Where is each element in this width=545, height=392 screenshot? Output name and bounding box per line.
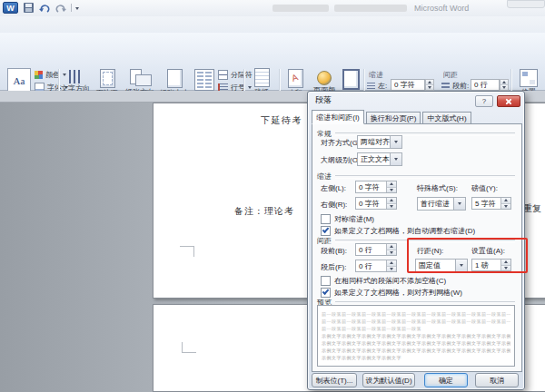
orientation-icon (130, 69, 150, 87)
ribbon-indent-left-input[interactable]: 0 字符 (391, 79, 425, 91)
outline-level-dropdown[interactable]: 正文文本 (357, 152, 402, 166)
word-window: W Microsoft Word 文件 开始 插入 页面布局 引用 邮件 审阅 … (0, 0, 545, 392)
redacted-title-segment (334, 5, 407, 12)
dialog-title: 段落 (315, 94, 332, 106)
space-before-input[interactable]: 0 行 (355, 243, 397, 256)
indent-left-spinner[interactable] (425, 79, 434, 91)
help-button[interactable]: ? (475, 95, 493, 107)
space-after-input[interactable]: 0 行 (355, 260, 397, 272)
spinner[interactable] (386, 198, 396, 209)
special-format-dropdown[interactable]: 首行缩进 (417, 197, 466, 211)
document-text: 备注：理论考 (234, 205, 294, 218)
margin-corner-mark (180, 246, 194, 257)
theme-colors-icon (35, 71, 43, 79)
redacted-title-segment (272, 5, 329, 12)
indent-by-label: 磅值(Y): (471, 183, 498, 193)
checkbox-auto-adjust-right-indent[interactable]: 如果定义了文档网格，则自动调整右缩进(D) (321, 226, 475, 236)
checkbox-no-space-same-style[interactable]: 在相同样式的段落间不添加空格(C) (321, 276, 446, 286)
title-bar: W Microsoft Word (0, 0, 545, 16)
columns-icon (194, 69, 214, 91)
spinner[interactable] (500, 260, 510, 270)
ribbon-tab-row: 文件 开始 插入 页面布局 引用 邮件 审阅 视图 (0, 16, 545, 33)
outline-level-label: 大纲级别(O): (321, 155, 362, 165)
document-text: 重复 (523, 202, 541, 215)
breaks-icon (218, 70, 228, 80)
alignment-dropdown[interactable]: 两端对齐 (357, 135, 402, 149)
spinner[interactable] (386, 244, 396, 255)
qat-customize-icon[interactable] (75, 7, 79, 10)
cancel-button[interactable]: 取消 (475, 373, 519, 387)
close-button[interactable] (497, 95, 520, 107)
page-borders-icon (342, 69, 360, 90)
chevron-down-icon[interactable] (455, 260, 467, 271)
window-title: Microsoft Word (414, 4, 469, 13)
close-icon (504, 97, 513, 106)
chevron-down-icon[interactable] (390, 153, 401, 165)
tab-asian-typography[interactable]: 中文版式(H) (422, 112, 471, 124)
spinner[interactable] (386, 181, 396, 192)
help-icon: ? (482, 97, 486, 105)
ribbon: Aa 主题 颜色 字体 效果 主题 文字方向 页边距 (0, 33, 545, 91)
indent-left-icon (367, 83, 375, 90)
page-color-icon (317, 71, 332, 85)
indent-right-input[interactable]: 0 字符 (355, 197, 397, 210)
ribbon-spacing-before: 段前: (441, 81, 469, 91)
alignment-label: 对齐方式(G): (321, 138, 362, 148)
preview-line: 示例文字示例文字示例文字示例文字示例文字示例文字示例文字示例文字示例文字示例文字 (322, 347, 510, 354)
ok-button[interactable]: 确定 (424, 373, 468, 387)
preview-line: 示例文字示例文字示例文字示例文字 (322, 354, 510, 361)
qat-separator (71, 4, 72, 12)
preview-line: 前一段落前一段落前一段落前一段落前一段落 (322, 325, 510, 332)
indent-right-label: 右侧(R): (321, 200, 347, 210)
spacing-at-input[interactable]: 1 磅 (471, 259, 511, 271)
special-format-label: 特殊格式(S): (417, 183, 458, 193)
chevron-down-icon[interactable] (390, 136, 401, 148)
set-as-default-button[interactable]: 设为默认值(D) (362, 373, 415, 387)
checkbox-checked-icon (321, 288, 331, 298)
line-spacing-dropdown[interactable]: 固定值 (415, 259, 468, 272)
save-icon[interactable] (23, 2, 35, 14)
checkbox-checked-icon (321, 226, 331, 236)
preview-line: 前一段落前一段落前一段落前一段落前一段落前一段落前一段落前一段落前一段落前一段落 (322, 310, 510, 318)
paragraph-dialog: 段落 ? 缩进和间距(I) 换行和分页(P) 中文版式(H) 常规 对齐方式(G… (307, 91, 525, 390)
word-app-icon[interactable]: W (3, 2, 18, 14)
themes-aa-icon: Aa (7, 68, 31, 93)
checkbox-mirror-indents[interactable]: 对称缩进(M) (321, 214, 374, 224)
space-after-label: 段后(F): (321, 262, 346, 272)
margins-icon (100, 69, 115, 88)
text-direction-icon (69, 70, 83, 83)
spacing-before-spinner[interactable] (500, 79, 509, 91)
undo-icon[interactable] (38, 3, 51, 14)
ribbon-indent-left: 左: (367, 81, 387, 91)
spinner[interactable] (500, 198, 510, 209)
ribbon-spacing-before-input[interactable]: 0 行 (471, 79, 500, 91)
preview-line: 示例文字示例文字示例文字示例文字示例文字示例文字示例文字示例文字示例文字示例文字 (322, 332, 510, 339)
preview-box: 前一段落前一段落前一段落前一段落前一段落前一段落前一段落前一段落前一段落前一段落… (317, 305, 515, 367)
redo-icon[interactable] (54, 3, 67, 14)
window-controls-stub (507, 0, 545, 8)
indent-left-input[interactable]: 0 字符 (355, 181, 397, 193)
genko-icon (254, 68, 270, 87)
margin-corner-mark (182, 342, 196, 353)
page-size-icon (167, 69, 183, 88)
spacing-before-icon (441, 83, 450, 90)
space-before-label: 段前(B): (321, 246, 347, 256)
tabs-button[interactable]: 制表位(T)... (312, 373, 357, 387)
indent-by-input[interactable]: 5 字符 (471, 197, 511, 210)
spinner[interactable] (386, 260, 396, 271)
indent-section-header: 缩进 (317, 172, 515, 181)
checkbox-icon (321, 214, 331, 224)
line-spacing-label: 行距(N): (417, 246, 443, 256)
preview-line: 示例文字示例文字示例文字示例文字示例文字示例文字示例文字示例文字示例文字示例文字 (322, 339, 510, 347)
spacing-section-header: 间距 (317, 236, 515, 246)
chevron-down-icon[interactable] (453, 198, 465, 210)
indent-left-label: 左侧(L): (321, 183, 346, 193)
watermark-icon: A (288, 69, 303, 88)
ribbon-indent-label: 缩进 (369, 70, 383, 80)
preview-line: 前一段落前一段落前一段落前一段落前一段落前一段落前一段落前一段落前一段落前一段落 (322, 318, 510, 325)
tab-line-page-breaks[interactable]: 换行和分页(P) (366, 112, 421, 124)
checkbox-snap-to-grid[interactable]: 如果定义了文档网格，则对齐到网格(W) (321, 288, 462, 298)
spacing-at-label: 设置值(A): (471, 246, 505, 256)
ribbon-spacing-label: 间距 (443, 70, 458, 80)
tab-indents-spacing[interactable]: 缩进和间距(I) (312, 110, 364, 124)
